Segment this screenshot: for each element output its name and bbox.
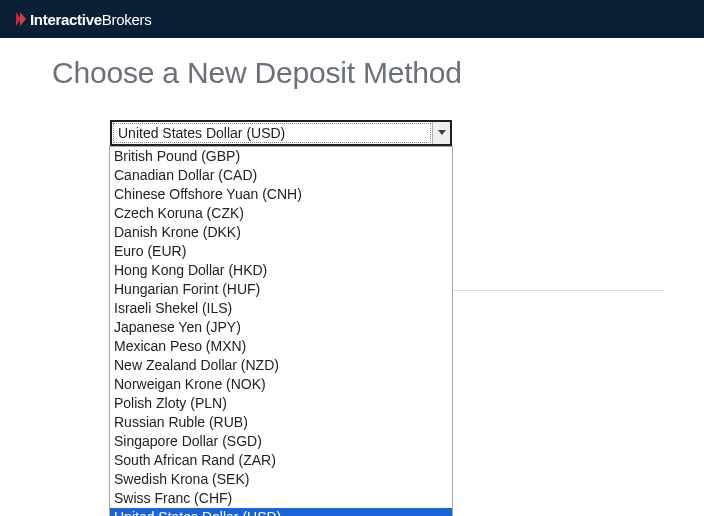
currency-dropdown-list[interactable]: British Pound (GBP)Canadian Dollar (CAD)… [109, 146, 453, 516]
currency-option[interactable]: Russian Ruble (RUB) [110, 413, 452, 432]
dropdown-arrow-icon[interactable] [432, 122, 450, 144]
currency-option[interactable]: Chinese Offshore Yuan (CNH) [110, 185, 452, 204]
currency-option[interactable]: United States Dollar (USD) [110, 508, 452, 516]
currency-option[interactable]: Singapore Dollar (SGD) [110, 432, 452, 451]
currency-option[interactable]: Hungarian Forint (HUF) [110, 280, 452, 299]
currency-option[interactable]: Danish Krone (DKK) [110, 223, 452, 242]
currency-option[interactable]: Swiss Franc (CHF) [110, 489, 452, 508]
page-content: Choose a New Deposit Method United State… [0, 38, 704, 146]
currency-option[interactable]: Japanese Yen (JPY) [110, 318, 452, 337]
currency-option[interactable]: Polish Zloty (PLN) [110, 394, 452, 413]
currency-select-display[interactable]: United States Dollar (USD) [110, 120, 452, 146]
brand-name: InteractiveBrokers [30, 11, 151, 28]
currency-option[interactable]: Israeli Shekel (ILS) [110, 299, 452, 318]
currency-option[interactable]: Swedish Krona (SEK) [110, 470, 452, 489]
page-title: Choose a New Deposit Method [52, 56, 652, 90]
currency-option[interactable]: Mexican Peso (MXN) [110, 337, 452, 356]
currency-select-value: United States Dollar (USD) [113, 123, 431, 143]
currency-option[interactable]: South African Rand (ZAR) [110, 451, 452, 470]
currency-option[interactable]: Hong Kong Dollar (HKD) [110, 261, 452, 280]
currency-option[interactable]: Czech Koruna (CZK) [110, 204, 452, 223]
currency-option[interactable]: Canadian Dollar (CAD) [110, 166, 452, 185]
currency-option[interactable]: Euro (EUR) [110, 242, 452, 261]
currency-option[interactable]: British Pound (GBP) [110, 147, 452, 166]
brand-mark-icon [14, 10, 28, 28]
currency-option[interactable]: New Zealand Dollar (NZD) [110, 356, 452, 375]
top-bar: InteractiveBrokers [0, 0, 704, 38]
currency-option[interactable]: Norweigan Krone (NOK) [110, 375, 452, 394]
brand-logo[interactable]: InteractiveBrokers [14, 10, 151, 28]
currency-select[interactable]: United States Dollar (USD) British Pound… [110, 120, 452, 146]
